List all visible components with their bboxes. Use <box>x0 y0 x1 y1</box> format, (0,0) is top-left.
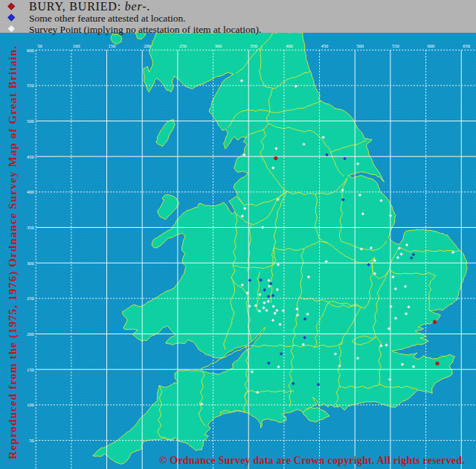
grid-label-northing: 600 <box>27 48 34 53</box>
left-caption: Reproduced from the (1975, 1976) Ordnanc… <box>7 45 19 459</box>
grid-label-northing: 550 <box>27 83 34 88</box>
grid-label-easting: 350 <box>250 43 257 48</box>
bottom-caption: © Ordnance Survey data are Crown copyrig… <box>159 455 465 466</box>
legend-item-bury: BURY, BURIED: ber-. <box>29 1 150 13</box>
grid-label-easting: 200 <box>144 43 151 48</box>
grid-label-easting: 50 <box>37 43 42 48</box>
grid-label-northing: 200 <box>27 331 34 336</box>
map-canvas: 5010015020025030035040045050055060065060… <box>0 0 476 469</box>
grid-label-easting: 250 <box>179 43 187 48</box>
grid-label-easting: 100 <box>73 43 80 48</box>
grid-label-northing: 50 <box>29 438 34 443</box>
grid-label-northing: 500 <box>27 118 34 124</box>
grid-label-easting: 650 <box>463 43 470 48</box>
grid-label-easting: 150 <box>109 43 116 48</box>
grid-label-northing: 250 <box>27 296 34 301</box>
bury-attestation-marker <box>436 362 440 366</box>
bury-attestation-marker <box>274 156 277 160</box>
dialect-survey-map-page: 5010015020025030035040045050055060065060… <box>0 0 476 469</box>
grid-label-northing: 150 <box>27 367 34 372</box>
grid-label-northing: 450 <box>27 154 34 159</box>
grid-label-easting: 450 <box>321 43 329 48</box>
grid-label-northing: 350 <box>27 225 34 230</box>
legend-item-survey-point: Survey Point (implying no attestation of… <box>29 25 261 35</box>
grid-label-easting: 400 <box>286 43 293 48</box>
grid-label-northing: 300 <box>27 261 34 266</box>
grid-label-easting: 600 <box>428 43 435 48</box>
bury-attestation-marker <box>433 320 437 324</box>
grid-label-easting: 550 <box>392 43 399 48</box>
grid-label-easting: 300 <box>215 43 222 48</box>
legend-item-other-feature: Some other feature attested at location. <box>29 13 186 24</box>
grid-label-easting: 500 <box>356 43 364 48</box>
grid-label-northing: 400 <box>27 189 34 194</box>
grid-label-northing: 100 <box>27 402 34 407</box>
